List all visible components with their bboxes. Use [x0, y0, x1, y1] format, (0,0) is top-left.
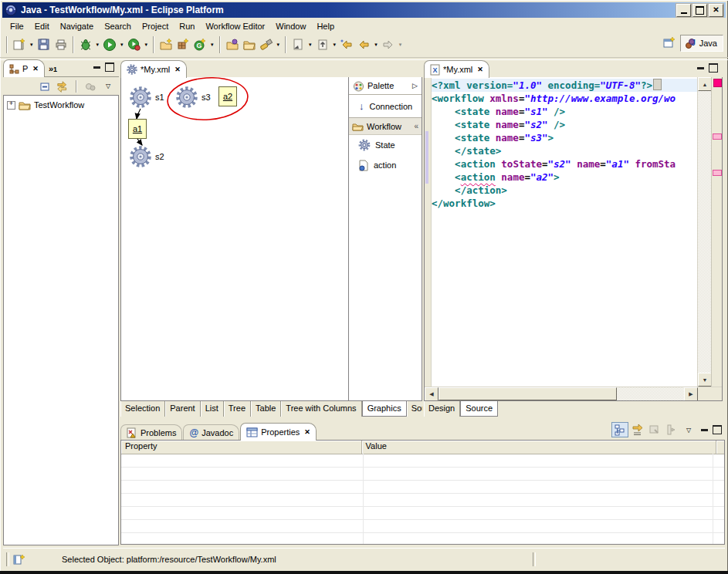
- state-node-s1[interactable]: [130, 86, 151, 110]
- search-brush-button[interactable]: [258, 35, 275, 54]
- window-maximize-button[interactable]: [692, 4, 707, 17]
- run-button[interactable]: [101, 35, 118, 54]
- page-tab-source[interactable]: Source: [460, 400, 498, 417]
- tab-javadoc[interactable]: @ Javadoc: [183, 424, 239, 440]
- tree-expander-icon[interactable]: +: [7, 101, 15, 110]
- horizontal-scrollbar[interactable]: ◀ ▶: [425, 387, 722, 400]
- new-project-button[interactable]: [157, 35, 174, 54]
- close-icon[interactable]: ✕: [303, 428, 310, 436]
- forward-button[interactable]: [380, 35, 397, 54]
- code-line[interactable]: <?xml version="1.0" encoding="UTF-8"?>: [432, 79, 697, 92]
- overview-ruler[interactable]: [711, 77, 722, 387]
- go-into-button[interactable]: [314, 35, 331, 54]
- window-close-button[interactable]: ✕: [709, 4, 723, 17]
- palette-group-workflow[interactable]: Workflow «: [349, 117, 422, 135]
- view-maximize-button[interactable]: [713, 425, 722, 434]
- overview-marker[interactable]: [713, 133, 722, 140]
- state-label-s3[interactable]: s3: [201, 93, 211, 102]
- action-node-a2[interactable]: a2: [218, 86, 237, 106]
- page-tab-list[interactable]: List: [201, 401, 224, 417]
- scroll-down-button[interactable]: ▼: [698, 373, 712, 387]
- code-line[interactable]: <state name="s1" />: [432, 105, 697, 118]
- code-line[interactable]: </workflow>: [432, 197, 697, 210]
- menu-edit[interactable]: Edit: [29, 20, 55, 32]
- new-package-button[interactable]: [174, 35, 191, 54]
- pin-button-disabled[interactable]: [664, 423, 679, 437]
- horizontal-scroll-thumb[interactable]: [438, 387, 617, 400]
- view-minimize-button[interactable]: [93, 66, 100, 69]
- tab-graphics-my-xml[interactable]: *My.xml ✕: [120, 60, 187, 78]
- menu-run[interactable]: Run: [174, 20, 200, 32]
- restore-default-button-disabled[interactable]: [647, 423, 662, 437]
- go-into-dropdown[interactable]: ▾: [331, 35, 339, 54]
- code-line[interactable]: <workflow xmlns="http://www.example.org/…: [432, 92, 697, 105]
- close-icon[interactable]: ✕: [476, 66, 483, 73]
- menu-window[interactable]: Window: [270, 20, 311, 32]
- new-class-button[interactable]: G: [191, 35, 208, 54]
- code-line[interactable]: <state name="s2" />: [432, 118, 697, 131]
- code-line[interactable]: <state name="s3">: [432, 131, 697, 144]
- forward-dropdown[interactable]: ▾: [397, 35, 405, 54]
- new-wizard-dropdown[interactable]: ▾: [28, 35, 36, 54]
- annotation-ruler[interactable]: [425, 77, 432, 387]
- scroll-right-button[interactable]: ▶: [684, 387, 698, 401]
- tree-item-label[interactable]: TestWorkflow: [34, 100, 84, 110]
- page-tab-tree[interactable]: Tree: [224, 401, 251, 417]
- horizontal-scroll-track[interactable]: [438, 387, 684, 400]
- xml-source-text[interactable]: <?xml version="1.0" encoding="UTF-8"?> <…: [432, 77, 697, 387]
- code-line[interactable]: <action toState="s2" name="a1" fromSta: [432, 157, 697, 171]
- state-label-s1[interactable]: s1: [155, 93, 164, 102]
- page-tab-selection[interactable]: Selection: [120, 401, 165, 417]
- palette-expand-icon[interactable]: ▷: [412, 82, 418, 89]
- state-label-s2[interactable]: s2: [155, 152, 164, 161]
- fast-view-icon[interactable]: [12, 553, 26, 566]
- column-header-value[interactable]: Value: [362, 441, 716, 454]
- scroll-up-button[interactable]: ▲: [698, 77, 712, 91]
- save-button[interactable]: [36, 35, 52, 54]
- code-line[interactable]: </action>: [432, 184, 697, 197]
- palette-item-state[interactable]: State: [349, 135, 422, 155]
- run-last-dropdown[interactable]: ▾: [143, 35, 151, 54]
- back-dropdown[interactable]: ▾: [372, 35, 380, 54]
- window-minimize-button[interactable]: [676, 4, 691, 17]
- view-minimize-button[interactable]: [697, 67, 704, 69]
- drawer-pin-icon[interactable]: «: [414, 122, 418, 130]
- java-perspective-button[interactable]: J Java: [680, 35, 723, 52]
- search-dropdown[interactable]: ▾: [275, 35, 283, 54]
- hidden-tabs-indicator[interactable]: »1: [46, 64, 59, 76]
- tree-item-testworkflow[interactable]: + TestWorkflow: [4, 96, 118, 112]
- link-with-editor-button[interactable]: [55, 79, 70, 93]
- run-last-button[interactable]: [126, 35, 143, 54]
- palette-item-connection[interactable]: ↓ Connection: [349, 95, 422, 117]
- scroll-left-button[interactable]: ◀: [425, 387, 438, 401]
- menu-project[interactable]: Project: [137, 20, 174, 32]
- state-node-s3[interactable]: [176, 86, 198, 110]
- overview-marker[interactable]: [713, 170, 722, 176]
- last-edit-location-button[interactable]: [290, 35, 306, 54]
- palette-item-action[interactable]: action: [349, 155, 422, 175]
- debug-button[interactable]: [77, 35, 94, 54]
- code-line[interactable]: <action name="a2">: [432, 171, 697, 184]
- view-minimize-button[interactable]: [701, 429, 708, 431]
- page-tab-design[interactable]: Design: [424, 401, 460, 417]
- view-menu-button[interactable]: ▽: [100, 79, 116, 93]
- open-resource-button[interactable]: [241, 35, 258, 54]
- menu-search[interactable]: Search: [99, 20, 137, 32]
- menu-navigate[interactable]: Navigate: [55, 20, 99, 32]
- collapse-all-button[interactable]: [37, 79, 52, 93]
- open-type-button[interactable]: [224, 35, 241, 54]
- action-node-a1[interactable]: a1: [128, 119, 147, 139]
- menu-file[interactable]: File: [5, 20, 29, 32]
- page-tab-graphics[interactable]: Graphics: [362, 400, 407, 417]
- close-icon[interactable]: ✕: [31, 65, 39, 73]
- new-class-dropdown[interactable]: ▾: [208, 35, 216, 54]
- view-menu-button[interactable]: ▽: [681, 423, 696, 437]
- run-dropdown[interactable]: ▾: [118, 35, 126, 54]
- workflow-canvas[interactable]: s1 a1 s2 s3 a2: [121, 77, 348, 400]
- tab-problems[interactable]: Problems: [120, 424, 182, 440]
- menu-workflow-editor[interactable]: Workflow Editor: [200, 20, 270, 32]
- last-edit-dropdown[interactable]: ▾: [306, 35, 314, 54]
- view-maximize-button[interactable]: [709, 63, 718, 73]
- code-line[interactable]: </state>: [432, 144, 697, 157]
- tab-package-explorer[interactable]: P ✕: [3, 59, 45, 77]
